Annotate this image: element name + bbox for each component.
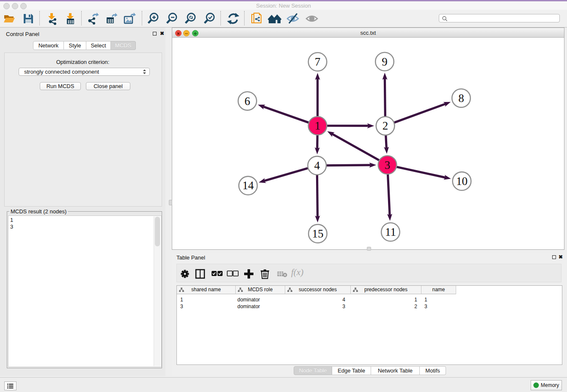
svg-text:8: 8 [458, 92, 464, 105]
svg-text:6: 6 [245, 95, 250, 108]
svg-text:4: 4 [314, 159, 320, 172]
svg-text:1: 1 [315, 119, 321, 132]
svg-text:9: 9 [382, 55, 388, 68]
svg-text:10: 10 [456, 175, 468, 188]
svg-text:11: 11 [385, 226, 396, 238]
svg-text:2: 2 [383, 119, 388, 132]
svg-text:14: 14 [242, 179, 254, 192]
svg-text:15: 15 [312, 227, 323, 240]
svg-text:7: 7 [315, 55, 321, 68]
svg-text:3: 3 [385, 159, 391, 171]
